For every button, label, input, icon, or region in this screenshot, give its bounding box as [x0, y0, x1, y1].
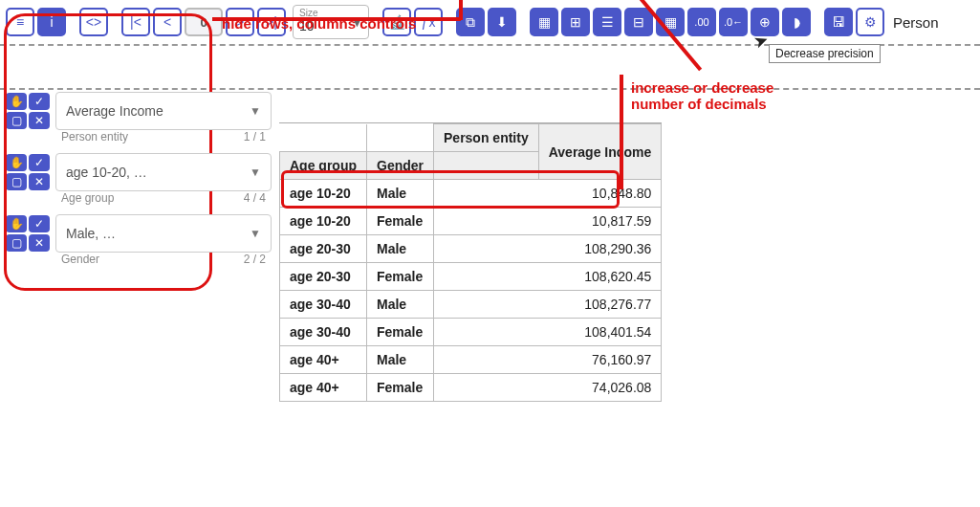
cell-age: age 30-40	[280, 319, 367, 346]
entity-label: Person	[893, 14, 939, 31]
annotation-decimals: increase or decrease number of decimals	[631, 79, 773, 112]
close-icon[interactable]: ✕	[29, 173, 50, 190]
hide-icon: ▦	[538, 14, 551, 30]
fx-icon: ƒx	[422, 14, 436, 30]
table-row: age 10-20Female10,817.59	[280, 208, 662, 235]
page-number: 0	[185, 8, 223, 36]
table-row: age 10-20Male10,848.80	[280, 180, 662, 208]
decrease-precision-button[interactable]: .0←	[719, 8, 748, 36]
chevron-left-icon: <	[163, 14, 171, 30]
save-button[interactable]: 🖫	[824, 8, 853, 36]
table-row: age 30-40Male108,276.77	[280, 291, 662, 319]
cell-gender: Female	[367, 208, 434, 235]
microscope-button[interactable]: 🔬	[382, 8, 411, 36]
cell-value: 108,401.54	[434, 319, 662, 346]
copy-button[interactable]: ⧉	[456, 8, 485, 36]
formula-button[interactable]: ƒx	[414, 8, 443, 36]
chevron-right-icon: >	[236, 14, 244, 30]
cell-age: age 20-30	[280, 235, 367, 263]
download-button[interactable]: ⬇	[488, 8, 516, 36]
measure-sublabel: Person entity	[61, 130, 128, 143]
square-icon[interactable]: ▢	[6, 112, 27, 129]
agegroup-sublabel: Age group	[61, 191, 114, 205]
layout-3-button[interactable]: ⊟	[624, 8, 653, 36]
copy-icon: ⧉	[466, 14, 475, 31]
panel-measure: ✋ ✓ ▢ ✕ Average Income ▼ Person entity 1…	[6, 92, 272, 143]
measure-count: 1 / 1	[244, 130, 266, 143]
settings-button[interactable]: ⚙	[856, 8, 884, 36]
measure-select[interactable]: Average Income ▼	[55, 92, 272, 130]
menu-button[interactable]: ≡	[6, 8, 34, 36]
cell-age: age 10-20	[280, 208, 367, 235]
gender-select-value: Male, …	[66, 226, 116, 241]
gender-select[interactable]: Male, … ▼	[55, 214, 272, 253]
layout2-icon: ☰	[601, 14, 614, 30]
col-entity-header: Person entity	[434, 124, 539, 152]
caret-down-icon: ▼	[250, 104, 261, 118]
gender-sublabel: Gender	[61, 253, 99, 266]
square-icon[interactable]: ▢	[6, 173, 27, 190]
cell-gender: Male	[367, 235, 434, 263]
info-button[interactable]: i	[37, 8, 66, 36]
gear-icon: ⚙	[864, 14, 877, 30]
page-size-select[interactable]: Size 10 ▼	[293, 5, 369, 39]
save-icon: 🖫	[832, 14, 845, 30]
cell-value: 74,026.08	[434, 374, 662, 402]
layout-2-button[interactable]: ☰	[593, 8, 621, 36]
table-row: age 20-30Male108,290.36	[280, 235, 662, 263]
pivot-table: Person entity Average Income Age group G…	[279, 122, 662, 402]
panel-gender: ✋ ✓ ▢ ✕ Male, … ▼ Gender 2 / 2	[6, 214, 272, 266]
table-row: age 20-30Female108,620.45	[280, 263, 662, 291]
layout3-icon: ⊟	[633, 14, 644, 30]
menu-icon: ≡	[16, 14, 24, 30]
last-page-button[interactable]: >|	[257, 8, 286, 36]
sidebar: ✋ ✓ ▢ ✕ Average Income ▼ Person entity 1…	[0, 84, 277, 402]
gender-count: 2 / 2	[244, 253, 266, 266]
caret-down-icon: ▼	[250, 165, 261, 179]
agegroup-count: 4 / 4	[244, 191, 266, 205]
cell-age: age 30-40	[280, 291, 367, 319]
tooltip: Decrease precision	[769, 44, 881, 63]
code-button[interactable]: <>	[79, 8, 108, 36]
measure-select-value: Average Income	[66, 103, 163, 119]
drag-icon[interactable]: ✋	[6, 215, 27, 232]
row-header-1: Age group	[280, 152, 367, 180]
close-icon[interactable]: ✕	[29, 112, 50, 129]
agegroup-select-value: age 10-20, …	[66, 165, 147, 180]
check-icon[interactable]: ✓	[29, 154, 50, 171]
cell-gender: Male	[367, 180, 434, 208]
cell-value: 76,160.97	[434, 346, 662, 374]
cell-age: age 10-20	[280, 180, 367, 208]
table-row: age 30-40Female108,401.54	[280, 319, 662, 346]
caret-down-icon: ▼	[250, 227, 261, 240]
table-icon: ▦	[664, 14, 677, 30]
tag-button[interactable]: ◗	[782, 8, 811, 36]
panel-controls: ✋ ✓ ▢ ✕	[6, 215, 50, 252]
cell-age: age 40+	[280, 346, 367, 374]
prev-page-button[interactable]: <	[153, 8, 182, 36]
check-icon[interactable]: ✓	[29, 93, 50, 110]
close-icon[interactable]: ✕	[29, 234, 50, 252]
first-icon: |<	[130, 14, 142, 30]
cell-value: 108,620.45	[434, 263, 662, 291]
drag-icon[interactable]: ✋	[6, 93, 27, 110]
square-icon[interactable]: ▢	[6, 234, 27, 252]
hide-controls-button[interactable]: ▦	[530, 8, 558, 36]
cell-gender: Female	[367, 319, 434, 346]
check-icon[interactable]: ✓	[29, 215, 50, 232]
next-page-button[interactable]: >	[226, 8, 254, 36]
cell-value: 10,848.80	[434, 180, 662, 208]
tag-icon: ◗	[794, 14, 800, 30]
table-button[interactable]: ▦	[656, 8, 685, 36]
first-page-button[interactable]: |<	[121, 8, 150, 36]
increase-precision-button[interactable]: .00	[687, 8, 716, 36]
info-icon: i	[50, 14, 53, 30]
layout-1-button[interactable]: ⊞	[561, 8, 590, 36]
cell-gender: Female	[367, 374, 434, 402]
cell-value: 10,817.59	[434, 208, 662, 235]
panel-controls: ✋ ✓ ▢ ✕	[6, 93, 50, 129]
agegroup-select[interactable]: age 10-20, … ▼	[55, 153, 272, 191]
caret-down-icon: ▼	[352, 17, 362, 29]
plus-circle-icon: ⊕	[759, 14, 771, 30]
drag-icon[interactable]: ✋	[6, 154, 27, 171]
